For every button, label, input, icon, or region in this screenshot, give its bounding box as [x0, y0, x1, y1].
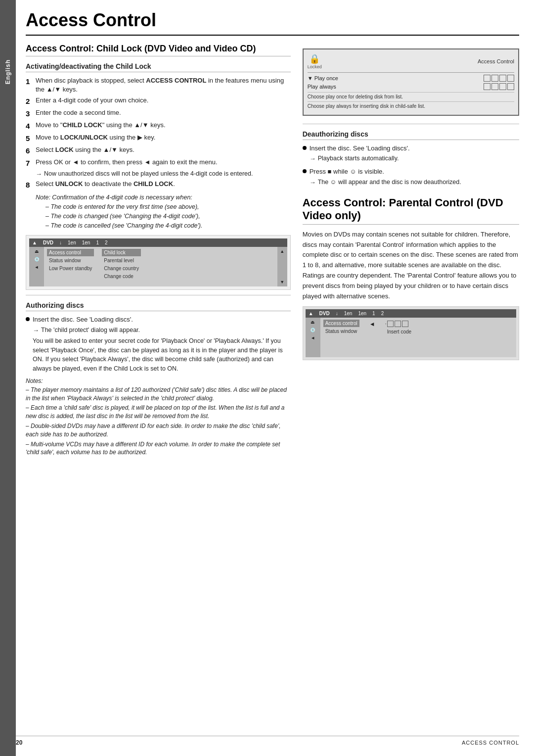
bold-lock-unlock: LOCK/UNLOCK	[60, 134, 108, 141]
step-4-content: Move to "CHILD LOCK" using the ▲/▼ keys.	[36, 121, 291, 131]
deauth-bullet-1: Insert the disc. See 'Loading discs'. → …	[303, 144, 519, 165]
code-box-8	[507, 83, 514, 90]
step-num-3: 3	[26, 108, 33, 119]
note-3: – Double-sided DVDs may have a different…	[26, 422, 291, 439]
code-boxes-1	[484, 75, 514, 82]
main-content: Access Control Access Control: Child Loc…	[16, 0, 534, 756]
bullet-dot-deauth-1	[303, 146, 307, 150]
step-num-4: 4	[26, 121, 33, 131]
note-1-text: – The player memory maintains a list of …	[26, 386, 291, 403]
bold-child-lock-2: CHILD LOCK	[134, 180, 173, 188]
eject-icon: ⏏	[35, 249, 39, 254]
menu-num-2: 2	[105, 240, 108, 245]
menu-scroll: ▲ ▼	[277, 247, 287, 286]
step-6: 6 Select LOCK using the ▲/▼ keys.	[26, 145, 291, 156]
menu2-dvd: DVD	[319, 311, 330, 316]
code-box-i2	[395, 321, 401, 327]
menu-item-access-control: Access control	[47, 249, 94, 256]
notes-label: Notes:	[26, 378, 291, 384]
menu-main-2: Access control Status window ◄ ·	[320, 318, 516, 357]
lock-divider-1	[308, 72, 514, 73]
arrow-symbol-deauth-1: →	[310, 154, 316, 163]
step-7-content: Press OK or ◄ to confirm, then press ◄ a…	[36, 158, 291, 168]
menu-item-parental: Parental level	[102, 257, 141, 264]
menu-body-2: ⏏ 💿 ◄ Access control Status window	[306, 318, 516, 357]
menu-main-1: Access control Status window Low Power s…	[44, 247, 277, 286]
bold-unlock: UNLOCK	[55, 180, 83, 188]
code-box-i3	[402, 321, 408, 327]
dash-note-1: – The code is entered for the very first…	[45, 203, 199, 210]
note-2: – Each time a 'child safe' disc is playe…	[26, 404, 291, 421]
step-5: 5 Move to LOCK/UNLOCK using the ▶ key.	[26, 133, 291, 143]
dash-note-2: – The code is changed (see 'Changing the…	[45, 213, 200, 220]
ui-image-2: ▲ DVD ↓ 1en 1en 1 2 ⏏ 💿 ◄	[303, 306, 519, 360]
step-num-7: 7	[26, 158, 33, 168]
scroll-up-icon: ▲	[280, 249, 284, 254]
menu2-col-2: · Insert code	[385, 320, 413, 336]
lock-note-2: Choose play always for inserting disk in…	[308, 101, 514, 109]
dot-symbol: ·	[385, 321, 387, 327]
menu-item-power: Low Power standby	[47, 265, 94, 272]
steps-list: 1 When disc playback is stopped, select …	[26, 76, 291, 168]
footer-title: Access Control	[462, 740, 519, 746]
menu-bar-2: ▲ DVD ↓ 1en 1en 1 2	[306, 309, 516, 318]
menu-col-1: Access control Status window Low Power s…	[47, 249, 94, 281]
menu-body-1: ⏏ 💿 ◄ Access control Status window Low P…	[29, 247, 287, 286]
disc-icon: 💿	[34, 257, 40, 262]
notes-section: Notes: – The player memory maintains a l…	[26, 378, 291, 457]
step-4: 4 Move to "CHILD LOCK" using the ▲/▼ key…	[26, 121, 291, 131]
deauth-bullet-1-content: Insert the disc. See 'Loading discs'. → …	[310, 144, 410, 165]
menu-item-child-lock: Child lock	[102, 249, 141, 256]
step-8-content: Select UNLOCK to deactivate the CHILD LO…	[36, 180, 291, 190]
subsection-activating-heading: Activating/deactivating the Child Lock	[26, 62, 291, 72]
insert-code-boxes: ·	[385, 320, 413, 328]
play-once-label: ▼ Play once	[308, 75, 338, 81]
deauth-bullet-2: Press ■ while ☺ is visible. → The ☺ will…	[303, 167, 519, 188]
code-boxes-2	[484, 83, 514, 90]
menu2-item-access: Access control	[323, 320, 359, 327]
auth-bullet-1-content: Insert the disc. See 'Loading discs'. → …	[33, 315, 291, 373]
code-box-i1	[387, 321, 394, 327]
step-3-content: Enter the code a second time.	[36, 108, 291, 119]
sidebar: English	[0, 0, 16, 756]
step-num-6: 6	[26, 145, 33, 156]
deauth-bullet-2-content: Press ■ while ☺ is visible. → The ☺ will…	[310, 167, 461, 188]
bullet-dot-1	[26, 317, 30, 321]
menu2-arrow: ◄	[368, 320, 376, 329]
arrow-symbol-auth-1: →	[33, 326, 39, 335]
disc-icon-2: 💿	[310, 328, 315, 332]
code-box-4	[507, 75, 514, 82]
code-box-3	[499, 75, 506, 82]
authorizing-bullets: Insert the disc. See 'Loading discs'. → …	[26, 315, 291, 373]
eject-icon-2: ⏏	[311, 320, 315, 325]
divider-right-1	[303, 124, 519, 124]
ui-image-1: ▲ DVD ↓ 1en 1en 1 2 ⏏ 💿 ◄	[26, 235, 291, 290]
menu-item-code: Change code	[102, 273, 141, 280]
page-title: Access Control	[26, 10, 519, 36]
section2-heading: Access Control: Parental Control (DVD Vi…	[303, 196, 519, 225]
arrow-text-deauth-1: Playback starts automatically.	[318, 154, 399, 163]
arrow-note-deauth-2: → The ☺ will appear and the disc is now …	[310, 178, 461, 187]
step-2-content: Enter a 4-digit code of your own choice.	[36, 96, 291, 106]
lock-title-right: Access Control	[478, 58, 514, 64]
step-num-8: 8	[26, 180, 33, 190]
auth-bullet-1: Insert the disc. See 'Loading discs'. → …	[26, 315, 291, 373]
auth-insert-text: Insert the disc. See 'Loading discs'.	[33, 316, 133, 323]
code-box-7	[499, 83, 506, 90]
menu2-icon-down: ↓	[336, 311, 338, 316]
col-left: Access Control: Child Lock (DVD Video an…	[26, 44, 291, 458]
lock-row-1: ▼ Play once	[308, 75, 514, 82]
menu2-1en-1: 1en	[344, 311, 353, 316]
col-right: 🔒 Locked Access Control ▼ Play once	[303, 44, 519, 458]
prev-icon-2: ◄	[311, 335, 315, 340]
section1-heading: Access Control: Child Lock (DVD Video an…	[26, 44, 291, 56]
arrow-note-1-text: Now unauthorized discs will not be playe…	[44, 170, 253, 178]
menu-columns: Access control Status window Low Power s…	[47, 249, 274, 281]
step-2: 2 Enter a 4-digit code of your own choic…	[26, 96, 291, 106]
lock-row-2: Play always	[308, 83, 514, 90]
step-7: 7 Press OK or ◄ to confirm, then press ◄…	[26, 158, 291, 168]
note-1: – The player memory maintains a list of …	[26, 386, 291, 403]
step-num-2: 2	[26, 96, 33, 106]
arrow-note-deauth-1: → Playback starts automatically.	[310, 154, 410, 163]
step-1: 1 When disc playback is stopped, select …	[26, 76, 291, 94]
